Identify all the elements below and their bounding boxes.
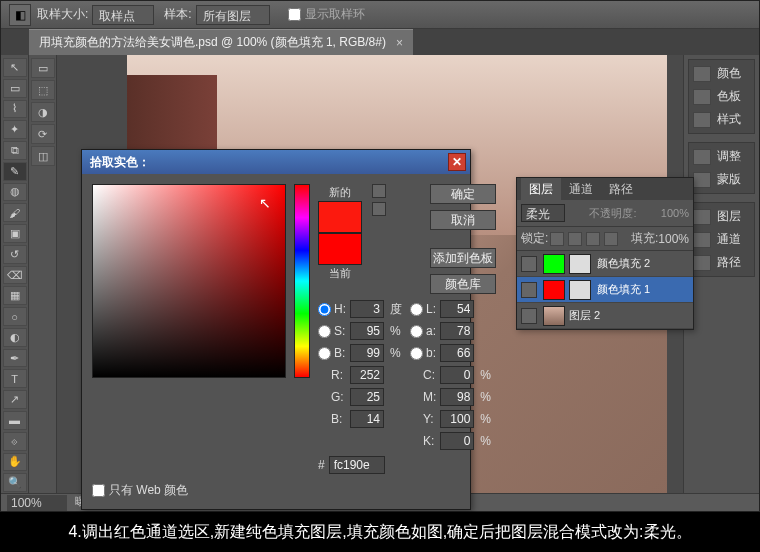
shape-tool[interactable]: ▬ bbox=[3, 411, 27, 430]
layer-thumb[interactable] bbox=[543, 306, 565, 326]
crop-tool[interactable]: ⧉ bbox=[3, 141, 27, 160]
eraser-tool[interactable]: ⌫ bbox=[3, 266, 27, 285]
dialog-title: 拾取实色： bbox=[90, 154, 150, 171]
layer-thumb[interactable] bbox=[543, 280, 565, 300]
history-brush-tool[interactable]: ↺ bbox=[3, 245, 27, 264]
y-input[interactable] bbox=[440, 410, 474, 428]
tool-preset-icon[interactable]: ◧ bbox=[9, 4, 31, 26]
move-tool[interactable]: ↖ bbox=[3, 58, 27, 77]
panel-layers[interactable]: 图层 bbox=[691, 205, 752, 228]
a-input[interactable] bbox=[440, 322, 474, 340]
hue-slider[interactable] bbox=[294, 184, 310, 378]
s-input[interactable] bbox=[350, 322, 384, 340]
3d-tool[interactable]: ⟐ bbox=[3, 432, 27, 451]
tab-channels[interactable]: 通道 bbox=[561, 178, 601, 201]
hex-input[interactable] bbox=[329, 456, 385, 474]
layer-row[interactable]: 颜色填充 1 bbox=[517, 277, 693, 303]
gradient-tool[interactable]: ▦ bbox=[3, 286, 27, 305]
tool-b1[interactable]: ▭ bbox=[31, 58, 55, 78]
fill-value[interactable]: 100% bbox=[658, 232, 689, 246]
zoom-tool[interactable]: 🔍 bbox=[3, 473, 27, 492]
panel-paths[interactable]: 路径 bbox=[691, 251, 752, 274]
brush-tool[interactable]: 🖌 bbox=[3, 203, 27, 222]
sample-select[interactable]: 所有图层 bbox=[196, 5, 270, 25]
layer-mask-thumb[interactable] bbox=[569, 254, 591, 274]
h-input[interactable] bbox=[350, 300, 384, 318]
m-label: M: bbox=[410, 390, 436, 404]
websafe-warning-icon[interactable] bbox=[372, 202, 386, 216]
color-fields: H: 度 L: S: % a: B: % b: R: bbox=[318, 300, 496, 450]
r-input[interactable] bbox=[350, 366, 384, 384]
b2-radio[interactable]: b: bbox=[410, 346, 436, 360]
show-ring-checkbox[interactable]: 显示取样环 bbox=[288, 6, 365, 23]
web-only-checkbox[interactable]: 只有 Web 颜色 bbox=[92, 482, 496, 499]
visibility-icon[interactable] bbox=[521, 282, 537, 298]
layer-thumb[interactable] bbox=[543, 254, 565, 274]
k-input[interactable] bbox=[440, 432, 474, 450]
close-button[interactable]: ✕ bbox=[448, 153, 466, 171]
visibility-icon[interactable] bbox=[521, 256, 537, 272]
heal-tool[interactable]: ◍ bbox=[3, 183, 27, 202]
close-icon[interactable]: × bbox=[396, 36, 403, 50]
layer-row[interactable]: 图层 2 bbox=[517, 303, 693, 329]
lock-all-icon[interactable] bbox=[604, 232, 618, 246]
tool-b2[interactable]: ⬚ bbox=[31, 80, 55, 100]
lock-trans-icon[interactable] bbox=[550, 232, 564, 246]
wand-tool[interactable]: ✦ bbox=[3, 120, 27, 139]
cancel-button[interactable]: 取消 bbox=[430, 210, 496, 230]
pen-tool[interactable]: ✒ bbox=[3, 349, 27, 368]
blend-mode-select[interactable]: 柔光 bbox=[521, 204, 565, 222]
c-input[interactable] bbox=[440, 366, 474, 384]
eyedropper-tool[interactable]: ✎ bbox=[3, 162, 27, 181]
zoom-level[interactable]: 100% bbox=[7, 495, 67, 511]
path-tool[interactable]: ↗ bbox=[3, 390, 27, 409]
ok-button[interactable]: 确定 bbox=[430, 184, 496, 204]
panel-adjustments[interactable]: 调整 bbox=[691, 145, 752, 168]
gamut-warning-icon[interactable] bbox=[372, 184, 386, 198]
layer-row[interactable]: 颜色填充 2 bbox=[517, 251, 693, 277]
layer-name: 颜色填充 2 bbox=[597, 256, 650, 271]
opacity-value[interactable]: 100% bbox=[661, 207, 689, 219]
panel-channels[interactable]: 通道 bbox=[691, 228, 752, 251]
add-swatch-button[interactable]: 添加到色板 bbox=[430, 248, 496, 268]
document-tab[interactable]: 用填充颜色的方法给美女调色.psd @ 100% (颜色填充 1, RGB/8#… bbox=[29, 29, 413, 55]
sample-size-select[interactable]: 取样点 bbox=[92, 5, 154, 25]
l-input[interactable] bbox=[440, 300, 474, 318]
panel-swatches[interactable]: 色板 bbox=[691, 85, 752, 108]
opacity-label: 不透明度: bbox=[589, 206, 636, 221]
h-radio[interactable]: H: bbox=[318, 302, 346, 316]
tool-b3[interactable]: ◑ bbox=[31, 102, 55, 122]
tool-b4[interactable]: ⟳ bbox=[31, 124, 55, 144]
dodge-tool[interactable]: ◐ bbox=[3, 328, 27, 347]
tab-paths[interactable]: 路径 bbox=[601, 178, 641, 201]
panel-color[interactable]: 颜色 bbox=[691, 62, 752, 85]
bb-input[interactable] bbox=[350, 410, 384, 428]
r-label: R: bbox=[318, 368, 346, 382]
lock-brush-icon[interactable] bbox=[568, 232, 582, 246]
panel-styles[interactable]: 样式 bbox=[691, 108, 752, 131]
g-input[interactable] bbox=[350, 388, 384, 406]
lasso-tool[interactable]: ⌇ bbox=[3, 100, 27, 119]
tool-b5[interactable]: ◫ bbox=[31, 146, 55, 166]
bv-radio[interactable]: B: bbox=[318, 346, 346, 360]
dialog-titlebar[interactable]: 拾取实色： ✕ bbox=[82, 150, 470, 174]
m-input[interactable] bbox=[440, 388, 474, 406]
stamp-tool[interactable]: ▣ bbox=[3, 224, 27, 243]
lock-move-icon[interactable] bbox=[586, 232, 600, 246]
color-field[interactable]: ↖ bbox=[92, 184, 286, 378]
hand-tool[interactable]: ✋ bbox=[3, 453, 27, 472]
marquee-tool[interactable]: ▭ bbox=[3, 79, 27, 98]
s-radio[interactable]: S: bbox=[318, 324, 346, 338]
l-radio[interactable]: L: bbox=[410, 302, 436, 316]
type-tool[interactable]: T bbox=[3, 369, 27, 388]
a-radio[interactable]: a: bbox=[410, 324, 436, 338]
bv-input[interactable] bbox=[350, 344, 384, 362]
color-lib-button[interactable]: 颜色库 bbox=[430, 274, 496, 294]
layer-mask-thumb[interactable] bbox=[569, 280, 591, 300]
blur-tool[interactable]: ○ bbox=[3, 307, 27, 326]
current-color-swatch[interactable] bbox=[318, 233, 362, 265]
visibility-icon[interactable] bbox=[521, 308, 537, 324]
panel-masks[interactable]: 蒙版 bbox=[691, 168, 752, 191]
tab-layers[interactable]: 图层 bbox=[521, 178, 561, 201]
b2-input[interactable] bbox=[440, 344, 474, 362]
